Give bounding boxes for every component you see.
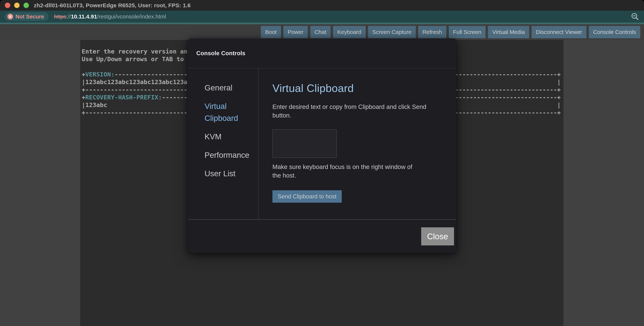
not-secure-badge[interactable]: Not Secure xyxy=(4,12,48,21)
close-window-icon[interactable] xyxy=(5,2,10,8)
boot-button[interactable]: Boot xyxy=(261,26,281,38)
minimize-window-icon[interactable] xyxy=(14,2,20,8)
console-controls-button[interactable]: Console Controls xyxy=(589,26,640,38)
dialog-footer: Close xyxy=(188,219,456,253)
url-separator: :// xyxy=(66,14,71,20)
sidebar-item-virtual-clipboard[interactable]: Virtual Clipboard xyxy=(204,100,251,124)
traffic-lights xyxy=(5,2,29,8)
urlbar-accent-line xyxy=(0,22,644,24)
screen-capture-button[interactable]: Screen Capture xyxy=(368,26,416,38)
close-dialog-button[interactable]: Close xyxy=(421,227,454,246)
sidebar-item-general[interactable]: General xyxy=(204,82,251,94)
disconnect-viewer-button[interactable]: Disconnect Viewer xyxy=(532,26,586,38)
virtual-media-button[interactable]: Virtual Media xyxy=(488,26,529,38)
not-secure-label: Not Secure xyxy=(16,14,44,20)
power-button[interactable]: Power xyxy=(284,26,308,38)
url-host: 10.11.4.91 xyxy=(71,14,97,20)
terminal-text-left: Enter the recovery version an Use Up/Dow… xyxy=(82,48,188,116)
vconsole-toolbar: Boot Power Chat Keyboard Screen Capture … xyxy=(0,24,644,40)
console-controls-dialog: Console Controls General Virtual Clipboa… xyxy=(188,38,456,253)
clipboard-description: Enter desired text or copy from Clipboar… xyxy=(272,102,427,120)
not-secure-warning-icon xyxy=(8,14,13,20)
sidebar-item-performance[interactable]: Performance xyxy=(204,149,251,161)
dialog-sidebar: General Virtual Clipboard KVM Performanc… xyxy=(188,68,258,219)
keyboard-focus-note: Make sure keyboard focus is on the right… xyxy=(272,163,422,180)
fullscreen-window-icon[interactable] xyxy=(24,2,29,8)
send-clipboard-button[interactable]: Send Clipboard to host xyxy=(272,190,342,203)
dialog-content: Virtual Clipboard Enter desired text or … xyxy=(258,68,456,219)
url-scheme: https xyxy=(54,14,66,20)
terminal-text-right: ----------------------------+ | --------… xyxy=(455,71,561,116)
address-text[interactable]: https://10.11.4.91/restgui/vconsole/inde… xyxy=(54,14,166,20)
full-screen-button[interactable]: Full Screen xyxy=(449,26,486,38)
url-path: /restgui/vconsole/index.html xyxy=(97,14,166,20)
content-heading: Virtual Clipboard xyxy=(272,82,456,94)
chat-button[interactable]: Chat xyxy=(310,26,330,38)
sidebar-item-kvm[interactable]: KVM xyxy=(204,131,251,143)
dialog-title: Console Controls xyxy=(196,50,245,57)
clipboard-textarea[interactable] xyxy=(272,130,337,158)
window-title: zh2-dll01-601L0T3, PowerEdge R6525, User… xyxy=(34,2,190,8)
refresh-button[interactable]: Refresh xyxy=(418,26,446,38)
dialog-body: General Virtual Clipboard KVM Performanc… xyxy=(188,68,456,219)
zoom-out-icon[interactable] xyxy=(630,12,640,21)
titlebar: zh2-dll01-601L0T3, PowerEdge R6525, User… xyxy=(0,0,644,11)
keyboard-button[interactable]: Keyboard xyxy=(333,26,366,38)
url-bar: Not Secure https://10.11.4.91/restgui/vc… xyxy=(0,11,644,22)
dialog-header: Console Controls xyxy=(188,38,456,68)
browser-window: zh2-dll01-601L0T3, PowerEdge R6525, User… xyxy=(0,0,644,326)
sidebar-item-user-list[interactable]: User List xyxy=(204,168,251,180)
